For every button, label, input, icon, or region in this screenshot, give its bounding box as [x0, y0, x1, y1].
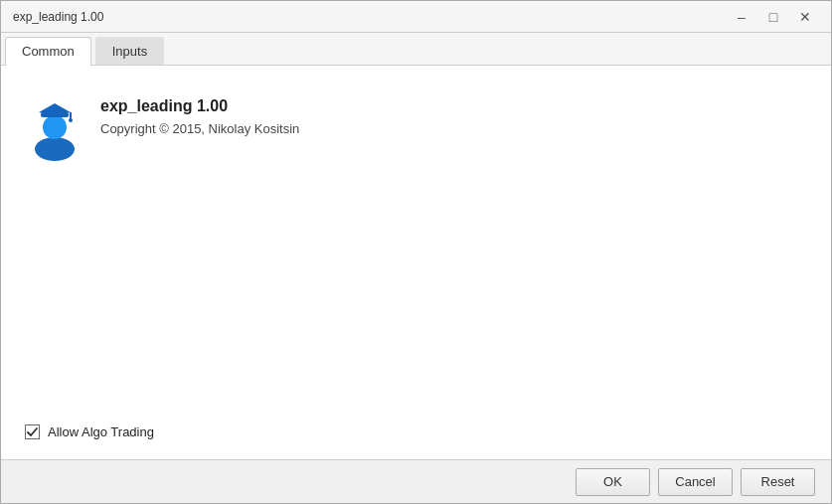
minimize-button[interactable]: – — [728, 7, 755, 27]
expert-details: exp_leading 1.00 Copyright © 2015, Nikol… — [100, 93, 299, 136]
svg-point-5 — [69, 118, 73, 122]
footer: OK Cancel Reset — [1, 459, 831, 503]
window-controls: – □ ✕ — [728, 7, 819, 27]
expert-info: exp_leading 1.00 Copyright © 2015, Nikol… — [25, 93, 807, 163]
ok-button[interactable]: OK — [576, 468, 650, 496]
window-title: exp_leading 1.00 — [13, 10, 103, 24]
algo-trading-label: Allow Algo Trading — [48, 424, 154, 439]
svg-point-0 — [35, 137, 75, 161]
tab-bar: Common Inputs — [1, 33, 831, 66]
reset-button[interactable]: Reset — [741, 468, 815, 496]
maximize-button[interactable]: □ — [759, 7, 787, 27]
expert-logo-icon — [27, 95, 83, 161]
expert-icon — [25, 93, 84, 163]
title-bar: exp_leading 1.00 – □ ✕ — [1, 1, 831, 33]
checkmark-icon — [27, 426, 38, 437]
tab-common[interactable]: Common — [5, 37, 91, 66]
algo-trading-checkbox[interactable] — [25, 424, 40, 439]
svg-point-1 — [43, 115, 67, 139]
tab-inputs[interactable]: Inputs — [95, 37, 164, 65]
content-area: exp_leading 1.00 Copyright © 2015, Nikol… — [1, 66, 831, 459]
main-window: exp_leading 1.00 – □ ✕ Common Inputs — [0, 0, 832, 504]
cancel-button[interactable]: Cancel — [658, 468, 733, 496]
expert-copyright: Copyright © 2015, Nikolay Kositsin — [100, 121, 299, 136]
algo-trading-section[interactable]: Allow Algo Trading — [25, 424, 154, 439]
expert-name: exp_leading 1.00 — [100, 97, 299, 115]
close-button[interactable]: ✕ — [791, 7, 819, 27]
